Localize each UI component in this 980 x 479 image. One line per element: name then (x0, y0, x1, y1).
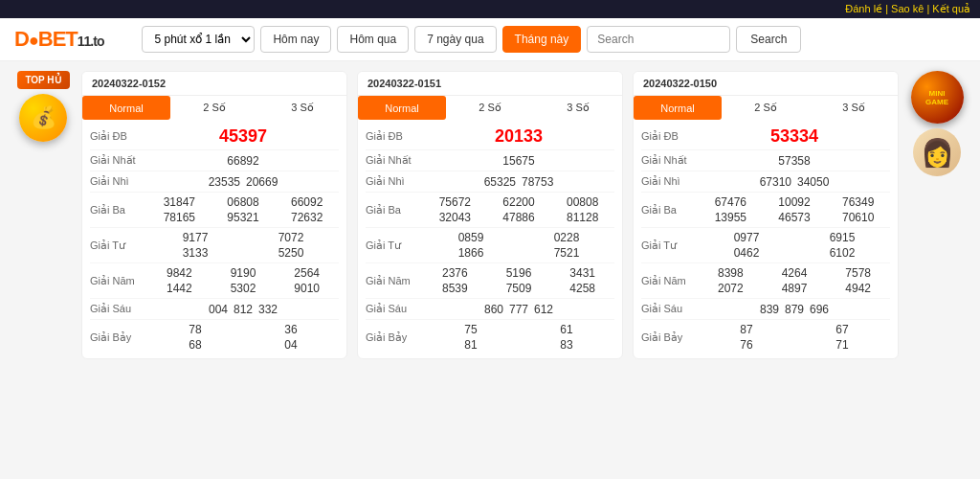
card-header: 20240322-0152 (82, 72, 346, 96)
prize-value: 5302 (231, 282, 256, 295)
card-header: 20240322-0150 (634, 72, 898, 96)
prize-value: 32043 (439, 211, 471, 224)
prize-value: 66092 (291, 195, 323, 209)
prize-value: 62200 (502, 195, 534, 209)
prize-values: 53334 (699, 126, 890, 147)
prize-value: 61 (560, 323, 572, 336)
card-tabs: Normal2 Số3 Số (82, 96, 346, 120)
prize-label: Giải Nhì (641, 175, 699, 188)
top-hu-badge[interactable]: TOP HỦ (17, 71, 70, 89)
prize-label: Giải Nhất (366, 154, 423, 167)
prize-value: 47886 (502, 211, 534, 224)
prize-value: 71 (835, 338, 848, 352)
prize-value: 2072 (718, 282, 744, 295)
filter-7-ngay[interactable]: 7 ngày qua (414, 26, 496, 53)
prize-values: 839879696 (699, 303, 890, 316)
prize-value: 0462 (734, 246, 760, 260)
prize-row-tu: Giải Tư 08590228 18667521 (366, 228, 614, 263)
prize-row-tu: Giải Tư 09776915 04626102 (641, 228, 890, 263)
prize-value: 15675 (502, 154, 534, 168)
search-input[interactable] (587, 26, 730, 53)
prize-label: Giải Năm (366, 275, 423, 287)
prize-label: Giải ĐB (366, 130, 423, 143)
prize-value: 00808 (567, 195, 598, 209)
prize-value: 9842 (167, 266, 192, 280)
prize-value: 6102 (830, 246, 856, 260)
prize-value: 67 (835, 323, 848, 336)
prize-value: 46573 (778, 211, 810, 224)
coin-icon: 💰 (19, 94, 67, 142)
prize-value: 34050 (797, 175, 829, 189)
card-body: Giải ĐB 45397 Giải Nhất 66892 Giải Nhì 2… (82, 120, 346, 358)
prize-values: 004812332 (147, 303, 339, 316)
tab-normal[interactable]: Normal (358, 96, 446, 120)
prize-value: 7578 (845, 266, 871, 280)
prize-label: Giải Tư (90, 240, 147, 252)
prize-label: Giải Bảy (366, 331, 423, 344)
search-button[interactable]: Search (736, 26, 801, 53)
prize-row: Giải ĐB 53334 (641, 124, 890, 150)
prize-values: 15675 (423, 154, 614, 168)
card-tabs: Normal2 Số3 Số (634, 96, 898, 120)
link-ket-qua[interactable]: Kết quả (926, 3, 970, 14)
prize-value: 3133 (183, 246, 209, 260)
prize-value: 53334 (770, 126, 818, 147)
card-body: Giải ĐB 20133 Giải Nhất 15675 Giải Nhì 6… (358, 120, 622, 358)
prize-label: Giải Tư (641, 240, 699, 252)
prize-label: Giải Bảy (641, 331, 699, 344)
tab-normal[interactable]: Normal (634, 96, 722, 120)
prize-value: 06808 (227, 195, 258, 209)
tab-3-số[interactable]: 3 Số (810, 96, 898, 120)
mini-game-badge[interactable]: MINI GAME (911, 71, 964, 124)
prize-values: 6731034050 (699, 175, 890, 189)
filter-hom-qua[interactable]: Hôm qua (337, 26, 409, 53)
prize-value: 45397 (219, 126, 267, 147)
tab-2-số[interactable]: 2 Số (170, 96, 258, 120)
prize-value: 777 (509, 303, 528, 316)
header: D●BET11.to 5 phút xổ 1 lần Hôm nay Hôm q… (0, 18, 980, 61)
results-grid: 20240322-0152 Normal2 Số3 Số Giải ĐB 453… (81, 71, 899, 359)
tab-3-số[interactable]: 3 Số (534, 96, 622, 120)
prize-row: Giải Nhì 6532578753 (366, 171, 614, 193)
period-select[interactable]: 5 phút xổ 1 lần (142, 26, 255, 53)
prize-label: Giải Nhất (641, 154, 699, 167)
prize-row: Giải Sáu 004812332 (90, 299, 339, 320)
prize-value: 4264 (782, 266, 808, 280)
prize-label: Giải Năm (641, 275, 699, 287)
prize-row: Giải Nhất 57358 (641, 150, 890, 171)
result-card: 20240322-0151 Normal2 Số3 Số Giải ĐB 201… (357, 71, 623, 359)
prize-row: Giải Sáu 860777612 (366, 299, 614, 320)
link-sao-ke[interactable]: Sao kê (885, 3, 924, 14)
card-body: Giải ĐB 53334 Giải Nhất 57358 Giải Nhì 6… (634, 120, 898, 358)
side-left: TOP HỦ 💰 (14, 71, 72, 359)
prize-value: 9010 (294, 282, 320, 295)
tab-3-số[interactable]: 3 Số (258, 96, 346, 120)
prize-label: Giải Ba (641, 204, 699, 217)
tab-2-số[interactable]: 2 Số (446, 96, 534, 120)
tab-2-số[interactable]: 2 Số (722, 96, 810, 120)
prize-value: 7509 (506, 282, 532, 295)
prize-label: Giải Năm (90, 275, 147, 287)
prize-label: Giải Nhất (90, 154, 147, 167)
prize-value: 36 (284, 323, 297, 336)
prize-value: 5250 (278, 246, 304, 260)
prize-value: 20133 (495, 126, 543, 147)
prize-row: Giải ĐB 45397 (90, 124, 339, 150)
filter-hom-nay[interactable]: Hôm nay (260, 26, 331, 53)
prize-value: 31847 (164, 195, 195, 209)
prize-values: 57358 (699, 154, 890, 168)
prize-value: 67476 (715, 195, 746, 209)
filter-bar: 5 phút xổ 1 lần Hôm nay Hôm qua 7 ngày q… (142, 26, 966, 53)
prize-label: Giải Tư (366, 240, 423, 252)
prize-value: 66892 (227, 154, 258, 168)
link-danh-le[interactable]: Đánh lề (845, 3, 882, 14)
prize-value: 72632 (291, 211, 323, 224)
prize-value: 75672 (439, 195, 471, 209)
main-content: TOP HỦ 💰 20240322-0152 Normal2 Số3 Số Gi… (0, 61, 980, 369)
prize-row: Giải Nhì 2353520669 (90, 171, 339, 193)
prize-value: 57358 (778, 154, 810, 168)
prize-value: 5196 (506, 266, 532, 280)
filter-thang-nay[interactable]: Tháng này (502, 26, 582, 53)
prize-value: 76349 (842, 195, 874, 209)
tab-normal[interactable]: Normal (82, 96, 170, 120)
